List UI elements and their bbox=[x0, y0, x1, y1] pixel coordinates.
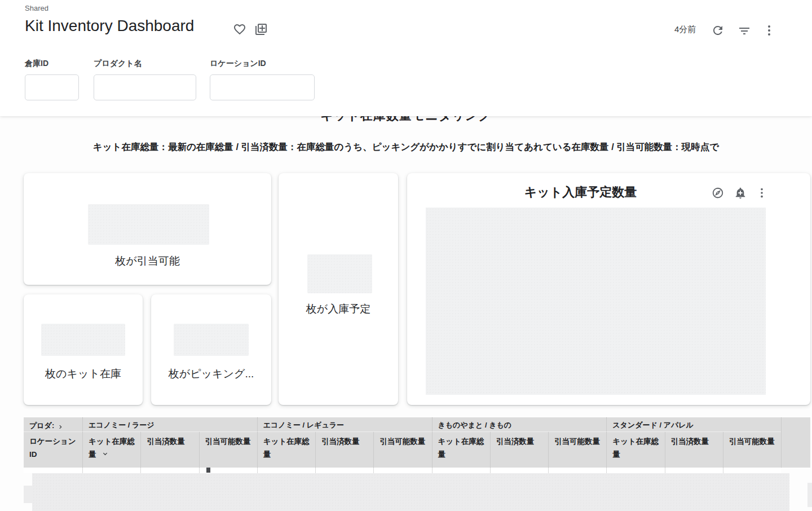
chart-card-inbound-quantity: キット入庫予定数量 bbox=[407, 173, 810, 405]
scorecard-label: 枚が引当可能 bbox=[24, 254, 271, 268]
scorecard-kit-stock: 枚のキット在庫 bbox=[24, 294, 143, 405]
filter-label-location-id: ロケーションID bbox=[210, 59, 266, 69]
alert-bell-plus-icon[interactable] bbox=[734, 187, 747, 199]
column-header-total[interactable]: キット在庫総量 bbox=[257, 432, 315, 468]
pivot-table: プロダ: エコノミー / ラージ エコノミー / レギュラー きものやまと / … bbox=[24, 417, 781, 468]
column-header-available[interactable]: 引当可能数量 bbox=[373, 432, 431, 468]
group-header[interactable]: エコノミー / レギュラー bbox=[257, 417, 432, 432]
table-cell bbox=[665, 468, 723, 473]
filter-label-product-name: プロダクト名 bbox=[94, 59, 142, 69]
refresh-icon[interactable] bbox=[711, 24, 725, 37]
table-body-row bbox=[24, 468, 781, 473]
redacted-row-label bbox=[24, 486, 32, 503]
sort-descending-icon[interactable] bbox=[102, 448, 108, 455]
chart-more-options-icon[interactable] bbox=[756, 187, 768, 199]
redacted-chart-plot bbox=[426, 208, 766, 395]
table-data-fragment bbox=[206, 468, 210, 473]
report-title: Kit Inventory Dashboard bbox=[25, 17, 194, 35]
table-cell bbox=[548, 468, 606, 473]
redacted-value bbox=[88, 204, 209, 245]
table-cell bbox=[140, 468, 198, 473]
column-header-available[interactable]: 引当可能数量 bbox=[723, 432, 781, 468]
scorecard-label: 枚のキット在庫 bbox=[24, 367, 143, 381]
column-header-location-id[interactable]: ロケーションID bbox=[24, 432, 82, 468]
table-cell bbox=[432, 468, 490, 473]
table-header-filler bbox=[781, 417, 810, 468]
header-more-options-icon[interactable] bbox=[762, 24, 776, 37]
redacted-value bbox=[307, 254, 372, 293]
redacted-value bbox=[174, 324, 249, 356]
filter-label-warehouse-id: 倉庫ID bbox=[25, 59, 48, 69]
location-id-input[interactable] bbox=[210, 74, 315, 100]
metrics-description: キット在庫総量：最新の在庫総量 / 引当済数量：在庫総量のうち、ピッキングがかか… bbox=[0, 141, 812, 153]
table-cell bbox=[723, 468, 781, 473]
explore-icon[interactable] bbox=[712, 187, 724, 199]
table-cell bbox=[24, 468, 82, 473]
column-header-available[interactable]: 引当可能数量 bbox=[199, 432, 257, 468]
redacted-value bbox=[41, 324, 125, 356]
scorecard-label: 枚が入庫予定 bbox=[279, 302, 398, 316]
group-header[interactable]: エコノミー / ラージ bbox=[82, 417, 257, 432]
last-refresh-timestamp: 4分前 bbox=[674, 24, 696, 35]
sticky-header: Shared Kit Inventory Dashboard 4分前 倉庫ID … bbox=[0, 0, 812, 116]
column-header-allocated[interactable]: 引当済数量 bbox=[490, 432, 548, 468]
column-header-available[interactable]: 引当可能数量 bbox=[548, 432, 606, 468]
table-cell bbox=[82, 468, 140, 473]
make-a-copy-icon[interactable] bbox=[254, 23, 268, 36]
column-header-allocated[interactable]: 引当済数量 bbox=[665, 432, 723, 468]
scorecard-available: 枚が引当可能 bbox=[24, 173, 271, 285]
redacted-table-fragment bbox=[807, 483, 812, 507]
favorite-heart-icon[interactable] bbox=[233, 23, 246, 36]
table-cell bbox=[315, 468, 373, 473]
chart-title: キット入庫予定数量 bbox=[407, 184, 754, 201]
scorecard-picking: 枚がピッキング... bbox=[151, 294, 271, 405]
group-header[interactable]: スタンダード / アパレル bbox=[606, 417, 781, 432]
filter-list-icon[interactable] bbox=[738, 24, 751, 38]
warehouse-id-input[interactable] bbox=[25, 74, 79, 100]
group-header[interactable]: きものやまと / きもの bbox=[432, 417, 607, 432]
table-cell bbox=[606, 468, 664, 473]
table-group-header-row: プロダ: エコノミー / ラージ エコノミー / レギュラー きものやまと / … bbox=[24, 417, 781, 432]
chevron-right-icon[interactable] bbox=[58, 423, 63, 429]
corner-label: プロダ: bbox=[29, 421, 54, 431]
table-metric-header-row: ロケーションID キット在庫総量 引当済数量 引当可能数量 キット在庫総量 引当… bbox=[24, 432, 781, 468]
shared-badge: Shared bbox=[25, 4, 48, 12]
column-header-total[interactable]: キット在庫総量 bbox=[432, 432, 490, 468]
column-header-total[interactable]: キット在庫総量 bbox=[606, 432, 664, 468]
column-header-total[interactable]: キット在庫総量 bbox=[82, 432, 140, 468]
column-header-allocated[interactable]: 引当済数量 bbox=[140, 432, 198, 468]
table-cell bbox=[257, 468, 315, 473]
redacted-table-body bbox=[32, 473, 789, 511]
table-corner-cell[interactable]: プロダ: bbox=[24, 417, 82, 432]
table-cell bbox=[490, 468, 548, 473]
column-header-allocated[interactable]: 引当済数量 bbox=[315, 432, 373, 468]
scorecard-label: 枚がピッキング... bbox=[151, 367, 271, 381]
scorecard-inbound: 枚が入庫予定 bbox=[279, 173, 398, 405]
product-name-input[interactable] bbox=[94, 74, 196, 100]
table-cell bbox=[373, 468, 431, 473]
